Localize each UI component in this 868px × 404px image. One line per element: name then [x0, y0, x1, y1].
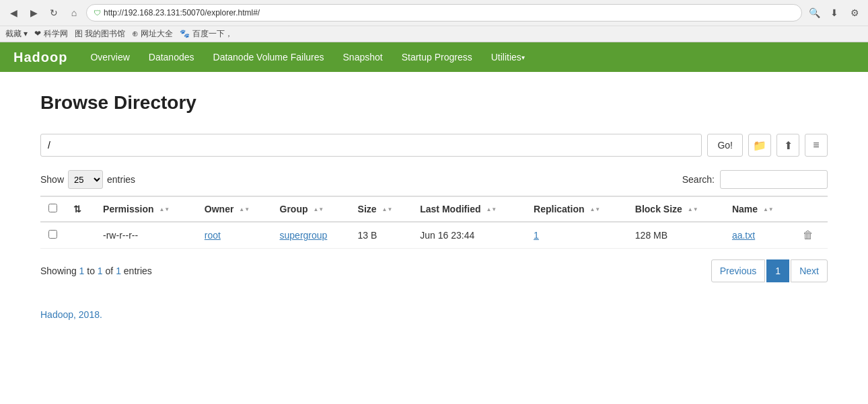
header-group[interactable]: Group ▲▼ [272, 196, 350, 222]
home-button[interactable]: ⌂ [66, 5, 82, 21]
url-text: http://192.168.23.131:50070/explorer.htm… [104, 8, 260, 17]
bookmark-kexue[interactable]: ❤ 科学网 [34, 28, 67, 40]
sort-icon-name: ▲▼ [763, 207, 774, 212]
sort-icon: ⇅ [73, 204, 81, 214]
page-from: 1 [79, 266, 85, 276]
folder-icon-button[interactable]: 📁 [748, 134, 771, 157]
search-input[interactable] [720, 170, 828, 189]
row-checkbox[interactable] [48, 230, 57, 239]
path-bar: Go! 📁 ⬆ ≡ [40, 134, 828, 157]
page-total: 1 [116, 266, 121, 276]
hadoop-logo: Hadoop [13, 50, 67, 65]
upload-icon: ⬆ [784, 139, 793, 152]
footer: Hadoop, 2018. [40, 309, 828, 320]
forward-button[interactable]: ▶ [26, 5, 42, 21]
header-checkbox-col [40, 196, 65, 222]
main-content: Browse Directory Go! 📁 ⬆ ≡ Show 10 25 50… [0, 72, 868, 340]
showing-text: Showing 1 to 1 of 1 entries [40, 266, 152, 276]
list-icon: ≡ [813, 139, 819, 151]
directory-table: ⇅ Permission ▲▼ Owner ▲▼ Group ▲▼ Size ▲… [40, 196, 828, 249]
header-block-size[interactable]: Block Size ▲▼ [627, 196, 724, 222]
back-button[interactable]: ◀ [5, 5, 22, 21]
showing-entries-label: entries [124, 266, 152, 276]
browser-chrome: ◀ ▶ ↻ ⌂ 🛡 http://192.168.23.131:50070/ex… [0, 0, 868, 42]
go-button[interactable]: Go! [707, 134, 743, 157]
row-sort-cell [65, 222, 95, 249]
sort-icon-last-modified: ▲▼ [486, 207, 497, 212]
nav-item-utilities[interactable]: Utilities [482, 42, 534, 72]
pagination-buttons: Previous 1 Next [711, 259, 828, 282]
pagination-row: Showing 1 to 1 of 1 entries Previous 1 N… [40, 259, 828, 282]
bookmark-cang[interactable]: 截藏 ▾ [5, 28, 28, 40]
showing-prefix: Showing [40, 266, 79, 276]
sort-icon-block-size: ▲▼ [688, 207, 698, 212]
browser-toolbar: ◀ ▶ ↻ ⌂ 🛡 http://192.168.23.131:50070/ex… [0, 0, 868, 26]
row-size: 13 B [350, 222, 412, 249]
search-label: Search: [682, 174, 715, 185]
search-control: Search: [682, 170, 828, 189]
bookmark-baidu[interactable]: 🐾 百度一下， [180, 28, 232, 40]
show-row: Show 10 25 50 100 entries Search: [40, 170, 828, 189]
show-entries-control: Show 10 25 50 100 entries [40, 170, 135, 189]
header-replication[interactable]: Replication ▲▼ [526, 196, 627, 222]
sort-icon-group: ▲▼ [313, 207, 324, 212]
header-name[interactable]: Name ▲▼ [724, 196, 795, 222]
bookmarks-bar: 截藏 ▾ ❤ 科学网 图 我的图书馆 ⊕ 网址大全 🐾 百度一下， [0, 26, 868, 42]
nav-item-datanode-volume-failures[interactable]: Datanode Volume Failures [204, 42, 334, 72]
header-permission[interactable]: Permission ▲▼ [95, 196, 196, 222]
group-link[interactable]: supergroup [280, 230, 328, 241]
row-name: aa.txt [724, 222, 795, 249]
showing-to-word: to [87, 266, 98, 276]
sort-icon-owner: ▲▼ [239, 207, 250, 212]
refresh-button[interactable]: ↻ [46, 5, 62, 21]
file-name-link[interactable]: aa.txt [732, 230, 755, 241]
header-actions [795, 196, 828, 222]
row-block-size: 128 MB [627, 222, 724, 249]
header-size[interactable]: Size ▲▼ [350, 196, 412, 222]
upload-button[interactable]: ⬆ [776, 134, 799, 157]
header-owner[interactable]: Owner ▲▼ [196, 196, 272, 222]
entries-select[interactable]: 10 25 50 100 [68, 170, 103, 189]
path-input[interactable] [40, 134, 702, 157]
previous-button[interactable]: Previous [711, 259, 765, 282]
search-button[interactable]: 🔍 [806, 5, 822, 21]
row-checkbox-cell [40, 222, 65, 249]
security-icon: 🛡 [94, 9, 101, 17]
list-button[interactable]: ≡ [805, 134, 828, 157]
nav-item-startup-progress[interactable]: Startup Progress [392, 42, 482, 72]
download-button[interactable]: ⬇ [826, 5, 842, 21]
nav-item-datanodes[interactable]: Datanodes [139, 42, 204, 72]
row-replication: 1 [526, 222, 627, 249]
folder-icon: 📁 [753, 139, 766, 152]
next-button[interactable]: Next [791, 259, 828, 282]
select-all-checkbox[interactable] [48, 204, 57, 212]
replication-link[interactable]: 1 [534, 230, 539, 241]
page-1-button[interactable]: 1 [766, 259, 789, 282]
bookmark-library[interactable]: 图 我的图书馆 [75, 28, 125, 40]
row-group: supergroup [272, 222, 350, 249]
nav-item-overview[interactable]: Overview [81, 42, 139, 72]
table-header-row: ⇅ Permission ▲▼ Owner ▲▼ Group ▲▼ Size ▲… [40, 196, 828, 222]
row-owner: root [196, 222, 272, 249]
table-row: -rw-r--r-- root supergroup 13 B Jun 16 2… [40, 222, 828, 249]
row-last-modified: Jun 16 23:44 [412, 222, 526, 249]
sort-icon-size: ▲▼ [382, 207, 392, 212]
nav-item-snapshot[interactable]: Snapshot [334, 42, 392, 72]
bookmark-wangzhi[interactable]: ⊕ 网址大全 [132, 28, 173, 40]
sort-icon-permission: ▲▼ [159, 207, 170, 212]
nav-items: Overview Datanodes Datanode Volume Failu… [81, 42, 534, 72]
show-label: Show [40, 174, 64, 185]
footer-text: Hadoop, 2018. [40, 309, 102, 320]
sort-icon-replication: ▲▼ [589, 207, 600, 212]
showing-of-word: of [106, 266, 116, 276]
delete-icon[interactable]: 🗑 [803, 229, 813, 241]
owner-link[interactable]: root [205, 230, 221, 241]
hadoop-nav: Hadoop Overview Datanodes Datanode Volum… [0, 42, 868, 72]
row-permission: -rw-r--r-- [95, 222, 196, 249]
address-bar[interactable]: 🛡 http://192.168.23.131:50070/explorer.h… [86, 4, 802, 22]
page-to: 1 [98, 266, 103, 276]
extensions-button[interactable]: ⚙ [846, 5, 863, 21]
header-last-modified[interactable]: Last Modified ▲▼ [412, 196, 526, 222]
row-delete-cell: 🗑 [795, 222, 828, 249]
header-sort-col[interactable]: ⇅ [65, 196, 95, 222]
